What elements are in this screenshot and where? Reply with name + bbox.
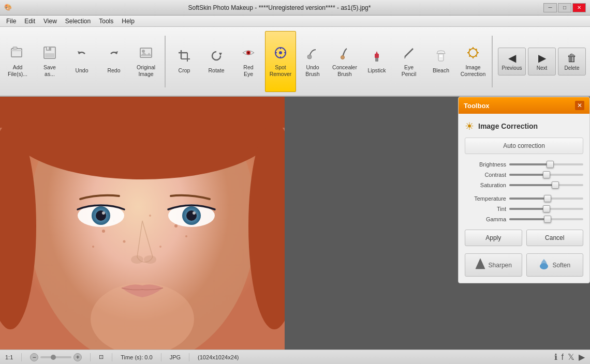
tool-crop[interactable]: Crop bbox=[169, 31, 200, 92]
tool-undo-brush[interactable]: UndoBrush bbox=[297, 31, 328, 92]
tool-original-image-label: OriginalImage bbox=[137, 64, 155, 77]
menu-view[interactable]: View bbox=[39, 17, 61, 26]
next-button[interactable]: ▶ Next bbox=[528, 48, 556, 75]
menu-edit[interactable]: Edit bbox=[20, 17, 39, 26]
tool-bleach-label: Bleach bbox=[433, 67, 449, 74]
close-button[interactable]: ✕ bbox=[572, 3, 586, 12]
saturation-track[interactable] bbox=[509, 184, 583, 186]
svg-rect-40 bbox=[0, 97, 285, 128]
previous-button[interactable]: ◀ Previous bbox=[498, 48, 526, 75]
previous-label: Previous bbox=[502, 65, 522, 71]
svg-point-21 bbox=[307, 55, 312, 59]
toolbox-title-row: Toolbox bbox=[464, 102, 490, 110]
menu-help[interactable]: Help bbox=[117, 17, 139, 26]
menu-file[interactable]: File bbox=[2, 17, 20, 26]
brightness-track[interactable] bbox=[509, 163, 583, 165]
tool-add-files[interactable]: AddFile(s)... bbox=[2, 31, 33, 92]
zoom-track[interactable] bbox=[40, 356, 71, 358]
contrast-track[interactable] bbox=[509, 174, 583, 176]
tool-red-eye-label: RedEye bbox=[243, 64, 253, 77]
svg-rect-6 bbox=[45, 53, 54, 57]
menu-selection[interactable]: Selection bbox=[61, 17, 95, 26]
contrast-thumb[interactable] bbox=[543, 171, 550, 178]
toolbox-close-button[interactable]: ✕ bbox=[575, 101, 584, 110]
zoom-out-button[interactable]: − bbox=[30, 353, 38, 361]
tool-original-image[interactable]: OriginalImage bbox=[130, 31, 161, 92]
zoom-in-button[interactable]: + bbox=[73, 353, 82, 361]
section-title: Image Correction bbox=[478, 122, 538, 130]
toolbox-panel: Toolbox ✕ ☀ Image Correction Auto correc… bbox=[458, 97, 590, 283]
saturation-thumb[interactable] bbox=[552, 181, 559, 189]
auto-correction-button[interactable]: Auto correction bbox=[465, 138, 583, 154]
tool-save-as[interactable]: Saveas... bbox=[34, 31, 65, 92]
toolbox-header: Toolbox ✕ bbox=[459, 97, 589, 114]
zoom-control[interactable]: − + bbox=[30, 353, 82, 361]
temperature-slider-row: Temperature bbox=[465, 195, 583, 202]
menubar: File Edit View Selection Tools Help bbox=[0, 16, 590, 27]
sharpen-button[interactable]: Sharpen bbox=[465, 253, 522, 277]
maximize-button[interactable]: □ bbox=[558, 3, 571, 12]
delete-button[interactable]: 🗑 Delete bbox=[558, 48, 586, 75]
tint-thumb[interactable] bbox=[543, 205, 550, 213]
facebook-icon[interactable]: f bbox=[562, 353, 564, 362]
status-sep-2 bbox=[90, 353, 91, 361]
lipstick-icon bbox=[370, 49, 384, 65]
saturation-label: Saturation bbox=[465, 182, 506, 188]
tool-rotate[interactable]: Rotate bbox=[201, 31, 232, 92]
soften-button[interactable]: Soften bbox=[526, 253, 584, 277]
tool-red-eye[interactable]: RedEye bbox=[233, 31, 264, 92]
toolbar-separator-1 bbox=[165, 36, 166, 87]
statusbar: 1:1 − + ⊡ Time (s): 0.0 JPG (1024x1024x2… bbox=[0, 350, 590, 364]
brightness-thumb[interactable] bbox=[547, 161, 554, 168]
tool-concealer-brush[interactable]: ConcealerBrush bbox=[329, 31, 360, 92]
tool-undo[interactable]: Undo bbox=[66, 31, 97, 92]
image-correction-icon bbox=[466, 46, 480, 62]
svg-point-61 bbox=[144, 255, 156, 264]
canvas-area[interactable] bbox=[0, 97, 455, 350]
tool-image-correction[interactable]: ImageCorrection bbox=[458, 31, 489, 92]
temperature-track[interactable] bbox=[509, 198, 583, 200]
window-title: SoftSkin Photo Makeup - ****Unregistered… bbox=[16, 4, 543, 11]
zoom-thumb[interactable] bbox=[51, 355, 56, 360]
bleach-icon bbox=[434, 49, 448, 65]
youtube-icon[interactable]: ▶ bbox=[579, 352, 585, 362]
tool-spot-remover[interactable]: SpotRemover bbox=[265, 31, 296, 92]
status-sep-1 bbox=[21, 353, 22, 361]
tint-track[interactable] bbox=[509, 208, 583, 210]
tool-spot-remover-label: SpotRemover bbox=[270, 64, 292, 77]
brightness-label: Brightness bbox=[465, 161, 506, 168]
concealer-brush-icon bbox=[337, 46, 352, 62]
tool-bleach[interactable]: Bleach bbox=[425, 31, 456, 92]
sharpen-soften-row: Sharpen Soften bbox=[465, 253, 583, 277]
tool-lipstick-label: Lipstick bbox=[367, 67, 386, 74]
redo-icon bbox=[107, 49, 121, 65]
titlebar: 🎨 SoftSkin Photo Makeup - ****Unregister… bbox=[0, 0, 590, 16]
help-icon[interactable]: ℹ bbox=[554, 352, 557, 362]
svg-rect-5 bbox=[47, 47, 49, 50]
svg-rect-2 bbox=[13, 47, 17, 49]
svg-rect-26 bbox=[438, 54, 444, 61]
status-format: JPG bbox=[170, 354, 181, 360]
tool-redo[interactable]: Redo bbox=[98, 31, 129, 92]
status-fit-icon[interactable]: ⊡ bbox=[99, 354, 104, 360]
menu-tools[interactable]: Tools bbox=[95, 17, 117, 26]
apply-button[interactable]: Apply bbox=[465, 230, 522, 246]
svg-point-47 bbox=[149, 215, 151, 217]
svg-point-59 bbox=[193, 211, 196, 215]
cancel-button[interactable]: Cancel bbox=[526, 230, 584, 246]
gamma-thumb[interactable] bbox=[544, 216, 551, 223]
svg-point-22 bbox=[341, 55, 345, 59]
svg-point-46 bbox=[185, 235, 187, 237]
svg-rect-0 bbox=[11, 49, 22, 57]
tool-undo-label: Undo bbox=[75, 67, 88, 74]
tool-lipstick[interactable]: Lipstick bbox=[361, 31, 392, 92]
minimize-button[interactable]: ─ bbox=[543, 3, 557, 12]
gamma-track[interactable] bbox=[509, 218, 583, 220]
tool-eye-pencil[interactable]: EyePencil bbox=[393, 31, 424, 92]
tint-label: Tint bbox=[465, 206, 506, 212]
contrast-slider-row: Contrast bbox=[465, 172, 583, 178]
twitter-icon[interactable]: 𝕏 bbox=[568, 352, 574, 362]
temperature-thumb[interactable] bbox=[544, 195, 551, 202]
zoom-level: 1:1 bbox=[5, 354, 13, 360]
photo-canvas bbox=[0, 97, 285, 350]
